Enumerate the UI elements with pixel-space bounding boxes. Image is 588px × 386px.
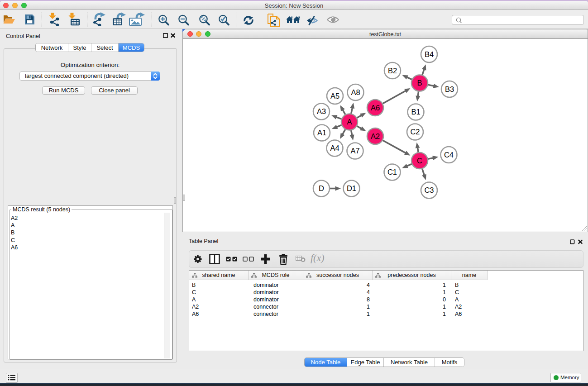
svg-text:D1: D1 bbox=[347, 184, 356, 192]
svg-text:B1: B1 bbox=[411, 108, 420, 116]
svg-text:B4: B4 bbox=[425, 50, 434, 58]
svg-text:A1: A1 bbox=[317, 129, 326, 137]
svg-text:B2: B2 bbox=[388, 67, 397, 75]
svg-text:A8: A8 bbox=[351, 88, 360, 96]
svg-text:A3: A3 bbox=[317, 107, 326, 115]
svg-text:A: A bbox=[347, 118, 352, 126]
svg-text:A7: A7 bbox=[350, 147, 359, 155]
svg-text:C2: C2 bbox=[410, 128, 420, 136]
svg-text:B3: B3 bbox=[445, 85, 454, 93]
svg-text:A2: A2 bbox=[371, 132, 380, 140]
svg-text:A4: A4 bbox=[330, 144, 339, 152]
svg-text:C3: C3 bbox=[424, 186, 434, 194]
svg-text:A6: A6 bbox=[371, 104, 380, 112]
svg-text:D: D bbox=[319, 184, 324, 192]
svg-text:C1: C1 bbox=[387, 168, 397, 176]
svg-text:A5: A5 bbox=[330, 92, 339, 100]
svg-text:B: B bbox=[417, 79, 422, 87]
svg-text:C4: C4 bbox=[444, 151, 454, 159]
svg-text:C: C bbox=[417, 157, 422, 165]
